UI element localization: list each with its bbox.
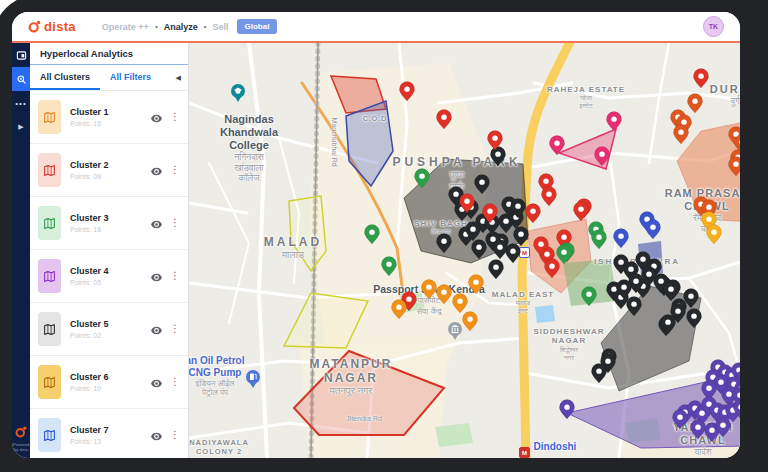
kebab-menu-icon[interactable]: ⋮ [170,377,180,387]
cluster-name: Cluster 1 [70,107,150,117]
visibility-eye-icon[interactable] [150,323,163,336]
visibility-eye-icon[interactable] [150,270,163,283]
map-pin-r[interactable] [693,69,708,88]
nav-separator: • [155,22,158,31]
map-pin-r[interactable] [436,110,451,129]
map-pin-r[interactable] [541,187,556,206]
dista-logo-icon [28,20,41,33]
map-pin-k[interactable] [436,234,451,253]
map-pin-v[interactable] [728,157,740,176]
map-pin-g[interactable] [556,245,571,264]
cluster-list: Cluster 1Points: 16⋮Cluster 2Points: 08⋮… [30,91,188,458]
map-pin-g[interactable] [581,287,596,306]
cluster-item-6[interactable]: Cluster 6Points: 10⋮ [30,356,188,409]
map-pin-k[interactable] [474,175,489,194]
tab-all-filters[interactable]: All Filters [100,65,161,90]
nav-item-operate[interactable]: Operate ++ [102,22,149,32]
map-pin-a[interactable] [706,225,721,244]
tab-all-clusters[interactable]: All Clusters [30,65,100,90]
main-nav: Operate ++•Analyze•Sell [102,22,229,32]
global-badge[interactable]: Global [237,19,278,34]
cluster-points: Points: 10 [70,385,150,392]
cluster-name: Cluster 5 [70,319,150,329]
map-pin-m[interactable] [594,147,609,166]
kebab-menu-icon[interactable]: ⋮ [170,271,180,281]
map-pin-k[interactable] [498,214,513,233]
map-pin-k[interactable] [663,282,678,301]
map-pin-g[interactable] [591,230,606,249]
cluster-item-1[interactable]: Cluster 1Points: 16⋮ [30,91,188,144]
cluster-name: Cluster 7 [70,425,150,435]
map-pin-p[interactable] [559,400,574,419]
map-pin-k[interactable] [591,364,606,383]
map-pin-p[interactable] [672,410,687,429]
cluster-name: Cluster 3 [70,213,150,223]
map-pin-g[interactable] [381,257,396,276]
dista-logo[interactable]: dista [28,19,76,34]
panel-collapse-button[interactable]: ◀ [176,65,188,90]
cluster-points: Points: 16 [70,120,150,127]
visibility-eye-icon[interactable] [150,429,163,442]
cluster-color-icon [38,418,61,452]
visibility-eye-icon[interactable] [150,376,163,389]
window-icon[interactable] [12,43,30,67]
logo-text: dista [44,19,76,34]
cluster-color-icon [38,153,61,187]
map-pin-m[interactable] [549,136,564,155]
cluster-color-icon [38,206,61,240]
cluster-color-icon [38,312,61,346]
expand-icon[interactable]: ▶ [12,115,30,139]
map-pin-g[interactable] [364,225,379,244]
cluster-item-7[interactable]: Cluster 7Points: 13⋮ [30,409,188,458]
kebab-menu-icon[interactable]: ⋮ [170,218,180,228]
cluster-meta: Cluster 1Points: 16 [70,107,150,127]
map-pin-b[interactable] [613,229,628,248]
map-pin-k[interactable] [492,240,507,259]
kebab-menu-icon[interactable]: ⋮ [170,165,180,175]
map-pin-o[interactable] [436,285,451,304]
cluster-item-5[interactable]: Cluster 5Points: 02⋮ [30,303,188,356]
map-pin-o[interactable] [468,275,483,294]
kebab-menu-icon[interactable]: ⋮ [170,324,180,334]
map-pin-m[interactable] [606,112,621,131]
map-pin-p[interactable] [690,420,705,439]
kebab-menu-icon[interactable]: ⋮ [170,430,180,440]
panel-title: Hyperlocal Analytics [30,43,188,65]
map-pin-k[interactable] [513,227,528,246]
visibility-eye-icon[interactable] [150,164,163,177]
visibility-eye-icon[interactable] [150,217,163,230]
analytics-panel: Hyperlocal Analytics All ClustersAll Fil… [30,43,189,458]
map-pin-g[interactable] [414,169,429,188]
map-pin-o[interactable] [421,280,436,299]
map-pin-k[interactable] [626,297,641,316]
cluster-meta: Cluster 6Points: 10 [70,372,150,392]
more-icon[interactable]: ••• [12,91,30,115]
map-pin-k[interactable] [488,260,503,279]
map-pin-r[interactable] [525,204,540,223]
map-pin-k[interactable] [471,240,486,259]
map-pin-o[interactable] [452,294,467,313]
map-pin-v[interactable] [673,125,688,144]
cluster-item-2[interactable]: Cluster 2Points: 08⋮ [30,144,188,197]
search-icon[interactable] [12,67,30,91]
cluster-item-3[interactable]: Cluster 3Points: 18⋮ [30,197,188,250]
map-pin-o[interactable] [391,300,406,319]
map-pin-o[interactable] [462,312,477,331]
avatar[interactable]: TK [703,16,724,37]
nav-item-sell[interactable]: Sell [213,22,229,32]
map-pin-r[interactable] [399,82,414,101]
map-pin-k[interactable] [686,309,701,328]
top-bar: dista Operate ++•Analyze•Sell Global TK [12,12,740,43]
map-pin-r[interactable] [544,259,559,278]
map-pin-r[interactable] [573,202,588,221]
nav-item-analyze[interactable]: Analyze [164,22,198,32]
main-area: •••▶Powered by dista Hyperlocal Analytic… [12,43,740,458]
cluster-item-4[interactable]: Cluster 4Points: 05⋮ [30,250,188,303]
rail-footer-text: Powered by dista [12,442,30,452]
map-pin-k[interactable] [490,147,505,166]
map-canvas[interactable]: NagindasKhandwalaCollegeनगिनदासखांडवालाक… [189,43,740,458]
kebab-menu-icon[interactable]: ⋮ [170,112,180,122]
map-pin-v[interactable] [687,94,702,113]
map-pin-b[interactable] [645,220,660,239]
visibility-eye-icon[interactable] [150,111,163,124]
